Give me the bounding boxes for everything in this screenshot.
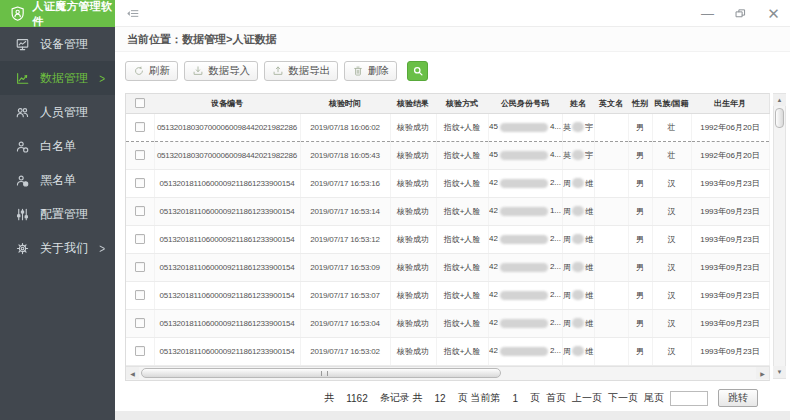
table-row[interactable]: 051320181106000092118612339001542019/07/… <box>126 309 769 337</box>
sidebar-item-config-management[interactable]: 配置管理 <box>0 197 115 231</box>
toolbar: 刷新 数据导入 数据导出 删除 <box>115 52 790 90</box>
gender-cell: 男 <box>628 337 652 365</box>
horizontal-scroll-thumb[interactable] <box>141 368 501 378</box>
redacted-name-blur <box>572 178 584 188</box>
column-header: 姓名 <box>562 94 594 113</box>
app-title: 人证魔方管理软件 <box>32 0 115 29</box>
birth-date-cell: 1993年09月23日 <box>691 169 769 197</box>
english-name-cell <box>594 337 628 365</box>
button-label: 刷新 <box>149 64 170 78</box>
citizen-id-cell: 422... <box>488 337 562 365</box>
last-page-link[interactable]: 尾页 <box>644 391 664 405</box>
page-jump-button[interactable]: 跳转 <box>718 389 758 407</box>
redacted-id-blur <box>500 319 548 328</box>
redacted-id-blur <box>500 263 548 272</box>
row-checkbox[interactable] <box>135 178 145 188</box>
table-row[interactable]: 051320181106000092118612339001542019/07/… <box>126 281 769 309</box>
verify-time-cell: 2019/07/18 16:06:02 <box>300 113 390 141</box>
whitelist-user-icon <box>15 139 30 154</box>
table-row[interactable]: 0513201803070000600984420219822862019/07… <box>126 141 769 169</box>
sidebar-item-device-management[interactable]: 设备管理 <box>0 27 115 61</box>
row-checkbox-cell <box>126 253 154 281</box>
sidebar-item-blacklist[interactable]: 黑名单 <box>0 163 115 197</box>
sidebar-item-personnel-management[interactable]: 人员管理 <box>0 95 115 129</box>
name-cell: 莫宇 <box>562 141 594 169</box>
device-number-cell: 051320180307000060098442021982286 <box>154 141 300 169</box>
row-checkbox[interactable] <box>135 234 145 244</box>
delete-button[interactable]: 删除 <box>344 61 397 81</box>
column-header: 出生年月 <box>691 94 769 113</box>
collapse-sidebar-icon[interactable] <box>126 7 140 20</box>
vertical-scrollbar[interactable]: ▲ ▼ <box>773 93 786 379</box>
data-import-button[interactable]: 数据导入 <box>184 61 258 81</box>
citizen-id-cell: 454... <box>488 141 562 169</box>
pagination-label: 页 当前第 <box>458 391 501 405</box>
refresh-button[interactable]: 刷新 <box>125 61 178 81</box>
close-icon[interactable]: ✕ <box>767 7 780 20</box>
row-checkbox[interactable] <box>135 122 145 132</box>
scroll-up-icon[interactable]: ▲ <box>773 94 786 106</box>
table-row[interactable]: 051320181106000092118612339001542019/07/… <box>126 225 769 253</box>
row-checkbox[interactable] <box>135 346 145 356</box>
scroll-down-icon[interactable]: ▼ <box>773 366 786 378</box>
redacted-name-blur <box>572 234 584 244</box>
search-button[interactable] <box>407 61 428 81</box>
gear-icon <box>15 241 30 256</box>
first-page-link[interactable]: 首页 <box>546 391 566 405</box>
row-checkbox[interactable] <box>135 150 145 160</box>
ethnicity-cell: 汉 <box>652 281 691 309</box>
row-checkbox[interactable] <box>135 262 145 272</box>
sliders-icon <box>15 207 30 222</box>
select-all-checkbox[interactable] <box>135 98 145 108</box>
current-page: 1 <box>512 393 518 404</box>
sidebar-item-about-us[interactable]: 关于我们 > <box>0 231 115 265</box>
refresh-icon <box>133 65 145 77</box>
row-checkbox[interactable] <box>135 318 145 328</box>
verify-result-cell: 核验成功 <box>390 309 436 337</box>
table-row[interactable]: 0513201803070000600984420219822862019/07… <box>126 113 769 141</box>
device-number-cell: 05132018110600009211861233900154 <box>154 253 300 281</box>
name-cell: 周维 <box>562 253 594 281</box>
redacted-id-blur <box>500 151 548 160</box>
citizen-id-cell: 422... <box>488 225 562 253</box>
window-bottom-strip <box>115 411 790 420</box>
name-cell: 莫宇 <box>562 113 594 141</box>
name-cell: 周维 <box>562 225 594 253</box>
row-checkbox[interactable] <box>135 290 145 300</box>
table-row[interactable]: 051320181106000092118612339001542019/07/… <box>126 337 769 365</box>
sidebar-item-whitelist[interactable]: 白名单 <box>0 129 115 163</box>
next-page-link[interactable]: 下一页 <box>608 391 638 405</box>
gender-cell: 男 <box>628 169 652 197</box>
table-row[interactable]: 051320181106000092118612339001542019/07/… <box>126 197 769 225</box>
verify-result-cell: 核验成功 <box>390 253 436 281</box>
column-header: 民族/国籍 <box>652 94 691 113</box>
table-row[interactable]: 051320181106000092118612339001542019/07/… <box>126 169 769 197</box>
table-row[interactable]: 051320181106000092118612339001542019/07/… <box>126 253 769 281</box>
page-jump-input[interactable] <box>670 391 708 406</box>
delete-icon <box>352 65 364 77</box>
restore-icon[interactable] <box>734 7 747 20</box>
verify-time-cell: 2019/07/17 16:53:04 <box>300 309 390 337</box>
horizontal-scrollbar[interactable]: ◀ ▶ <box>126 366 769 380</box>
scroll-left-icon[interactable]: ◀ <box>126 367 139 379</box>
ethnicity-cell: 壮 <box>652 141 691 169</box>
header-checkbox-cell <box>126 94 154 113</box>
verify-method-cell: 指纹+人脸 <box>436 169 488 197</box>
vertical-scroll-thumb[interactable] <box>775 108 784 128</box>
sidebar-item-data-management[interactable]: 数据管理 > <box>0 61 115 95</box>
minimize-icon[interactable]: — <box>701 7 714 20</box>
button-label: 删除 <box>368 64 389 78</box>
scroll-right-icon[interactable]: ▶ <box>756 367 769 379</box>
redacted-name-blur <box>572 150 584 160</box>
verify-result-cell: 核验成功 <box>390 225 436 253</box>
row-checkbox[interactable] <box>135 206 145 216</box>
column-header: 性别 <box>628 94 652 113</box>
row-checkbox-cell <box>126 141 154 169</box>
data-export-button[interactable]: 数据导出 <box>264 61 338 81</box>
row-checkbox-cell <box>126 169 154 197</box>
redacted-id-blur <box>500 291 548 300</box>
verify-time-cell: 2019/07/17 16:53:14 <box>300 197 390 225</box>
prev-page-link[interactable]: 上一页 <box>572 391 602 405</box>
redacted-id-blur <box>500 347 548 356</box>
redacted-name-blur <box>572 318 584 328</box>
